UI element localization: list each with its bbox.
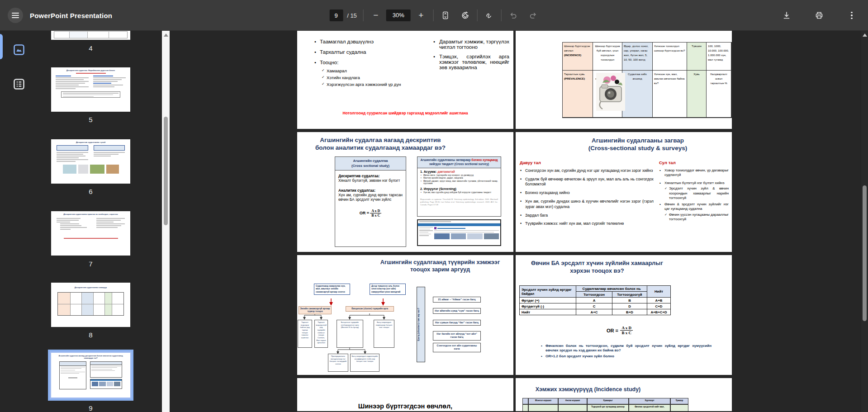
cell-text-bold: (INCIDENCE): [564, 53, 581, 57]
cell: B: [612, 298, 647, 303]
rotate-button[interactable]: [460, 10, 471, 21]
check-item: Хэрэгжүүлсэн арга хэмжээний үр дүн: [322, 82, 408, 87]
flow-box: Багцалсан (cluster) түүврийн арга: [346, 306, 394, 312]
thumbnail-title: Дескриптив судалгааны хэмжүүр: [51, 283, 130, 289]
slide-page-14: Хэмжих хэмжүүрүүд (Incidence study) Монг…: [516, 378, 732, 411]
table-header: Үржвэр: [670, 398, 688, 404]
website-screenshot: [417, 219, 501, 246]
table-header: Тогтоогдсон: [576, 292, 612, 298]
scroll-up-arrow[interactable]: [863, 33, 867, 37]
divider: [363, 9, 364, 21]
cluster-box: Нэг сумын багууд “баг” гэсэн багц: [433, 320, 481, 326]
slide-title: Агшингийн судалгааны загвар: [556, 137, 719, 144]
sidebar-scrollbar[interactable]: [162, 31, 170, 412]
deer-clipart: [90, 165, 104, 174]
row-label: Нийт: [520, 309, 576, 315]
thumbnails-view-button[interactable]: [13, 43, 25, 56]
table-header: Англи нэршил: [558, 398, 587, 404]
check-item: Хэтийн хандлага: [322, 75, 408, 80]
bullet: Өвчний дарамт, эрүүл мэнд, мал эмнэлгийн…: [420, 180, 498, 185]
thumbnail-slide-5[interactable]: Дескриптив судалгаа: Нарийвчлан дүрслэн …: [51, 67, 130, 112]
thumbnail-slide-6[interactable]: Дескриптив судалгааны тухай: [51, 139, 130, 184]
bullet: Хүн ам, сүргийн дундах шинэ & хуучин өвч…: [520, 199, 654, 209]
odds-ratio-formula: A x D B x C: [620, 326, 633, 335]
camera-clipart: [596, 73, 625, 111]
page-number-input[interactable]: [329, 9, 343, 21]
more-vertical-icon: [851, 12, 853, 19]
thumbnail-number: 8: [51, 331, 130, 339]
thumbnail-slide-7[interactable]: Дескриптив судалгааны практик ач холбогд…: [51, 211, 130, 256]
cell-text: Хувь: [687, 71, 707, 118]
slide-page-9: Агшингийн судалгаа яагаад дескриптив бол…: [297, 132, 513, 252]
table-header: Нийт: [647, 286, 671, 298]
outline-view-icon: [13, 78, 25, 90]
table-header: Монгол нэршил: [528, 398, 558, 404]
flow-box: Пропорциональ магадлалаар нэг багцаас нэ…: [328, 354, 348, 372]
label: давтамжтай: [437, 170, 455, 173]
flow-box: Багц хоорондын вариацаар багцын тоог тоо…: [374, 320, 394, 348]
slide-page-8: Шинээр бүртгэгдсэн өвчлөл (INCIDENCE) Ши…: [516, 31, 732, 129]
thumbnail-number: 6: [51, 188, 130, 195]
fit-page-icon: [441, 11, 450, 20]
slide-title: Хэмжих хэмжүүрүүд (Incidence study): [525, 386, 651, 393]
thumbnail-panel: 4 Дескриптив судалгаа: Нарийвчлан дүрслэ…: [38, 31, 170, 412]
bullet: Зардал бага: [520, 213, 654, 218]
person-clipart: [78, 165, 88, 174]
citation: Мэдээллийн эх сурвалж: Thrusfield M. Vet…: [420, 198, 498, 206]
cell-text: Судалгаа хийх агшинд: [622, 71, 653, 118]
flow-box: Багц хоорондын корреляцийн коэффициент (…: [350, 354, 379, 372]
slide-title: (Cross-sectional study & surveys): [556, 144, 719, 152]
zoom-out-button[interactable]: −: [370, 9, 382, 21]
cell-text: Халдварлалт эсвэл тархалтын %: [707, 71, 731, 118]
incidence-measures-table: Монгол нэршил Англи нэршил Хуваарьт Хүрт…: [522, 398, 688, 411]
scroll-up-arrow[interactable]: [164, 33, 168, 37]
undo-button[interactable]: [508, 10, 519, 21]
bullet: OR>1.2 бол эрсдэлт хүчин зүйл болно: [541, 354, 711, 359]
fit-page-button[interactable]: [440, 10, 451, 21]
cell: [670, 404, 688, 411]
cell: Тодорхой цаг хугацаанд шинээр: [587, 404, 629, 411]
cross-sectional-survey-box: Агшингийн судалгааны загвараар богино ху…: [417, 156, 501, 217]
annotate-button[interactable]: [484, 10, 495, 21]
document-viewport[interactable]: Таамаглал дэвшүүлнэ Тархалтыг судална То…: [170, 31, 861, 412]
flow-box: Тархалт мэдэгдэхгүй үед түүврийн хэмжээг…: [314, 320, 328, 348]
thumbnail-number: 7: [51, 260, 130, 268]
bullet: Ховор тохиолддог өвчин, үр дагаварыг суд…: [659, 168, 729, 178]
cell-text-bold: (PREVALENCE): [564, 77, 585, 80]
slide-title: Агшингийн судалгаанд түүврийн хэмжээг: [370, 259, 511, 266]
thumbnail-slide-4[interactable]: [51, 31, 130, 40]
print-button[interactable]: [814, 10, 825, 21]
box-header: (Cross sectional study): [336, 164, 405, 169]
formula-label: OR =: [360, 211, 369, 215]
cell-text: Хичнээн тохиолдол шинээр бүртгэгдсэн вэ?: [653, 43, 687, 71]
main-scrollbar[interactable]: [861, 31, 868, 412]
redo-button[interactable]: [528, 10, 539, 21]
download-button[interactable]: [781, 10, 792, 21]
cross-sectional-study-box: Агшингийн судалгаа (Cross sectional stud…: [335, 156, 406, 247]
main-scrollbar-thumb[interactable]: [863, 185, 867, 321]
flow-box: Энгийн санамсаргүй аргаар түүвэр тооцох: [299, 306, 332, 314]
outline-view-button[interactable]: [13, 78, 25, 90]
table-header: Хүртвэрт: [629, 398, 670, 404]
advantages-header: Давуу тал: [520, 160, 654, 165]
label: 2. Илрүүлэг (Screening): [420, 187, 498, 190]
cell-text: Өдөр, долоо хоног, сар, улирал, хагас жи…: [622, 43, 653, 71]
cow-clipart: [63, 165, 76, 174]
divider: [477, 9, 478, 21]
flow-box: Тархалт мэдэгдэж байгаа үед түүвэр тооцо…: [298, 320, 312, 348]
thumbnail-slide-8[interactable]: Дескриптив судалгааны хэмжүүр: [51, 283, 130, 327]
menu-button[interactable]: [8, 8, 23, 23]
zoom-in-button[interactable]: +: [415, 9, 427, 21]
bullet: Судалж буй өвчнөөр өвчилсөн & эрүүл хүн,…: [520, 177, 654, 187]
more-options-button[interactable]: [846, 10, 857, 21]
herd-clipart: [106, 165, 119, 174]
bullet: Сонгогдсон хүн ам, сүргийн дунд нэг цаг …: [520, 168, 654, 173]
divider: [501, 9, 502, 21]
slide-title: Өвчин БА эрсдэлт хүчин зүйлийн хамаарлыг: [520, 260, 674, 267]
slide-title: Агшингийн судалгаа яагаад дескриптив: [302, 136, 459, 144]
sidebar-scrollbar-thumb[interactable]: [164, 117, 168, 225]
cell: C: [576, 303, 612, 309]
cell-text: Хичнээн хүн, мал, амьтан өвчилсөн байна …: [653, 71, 687, 118]
thumbnail-slide-9-selected[interactable]: Агшингийн судалгаа яагаад дескриптив бол…: [48, 350, 133, 401]
slide-title: Шинээр бүртгэгдсэн өвчлөл,: [297, 403, 513, 410]
